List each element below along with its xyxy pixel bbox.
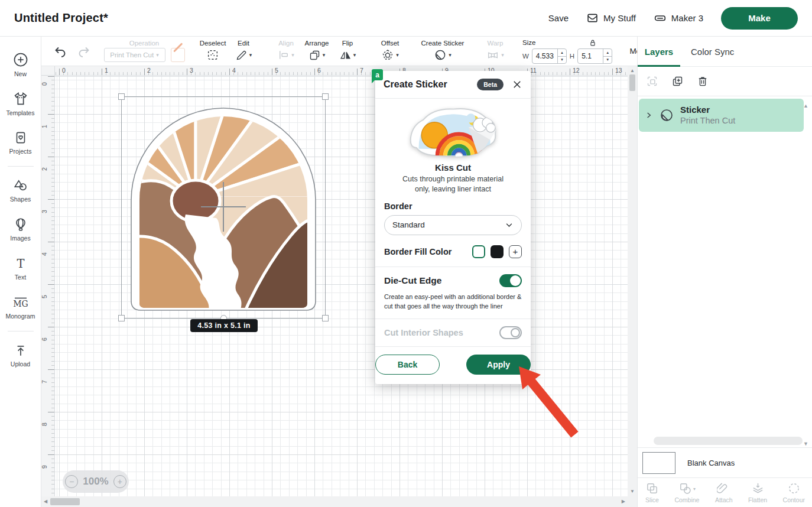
scrollbar-corner xyxy=(628,496,637,507)
width-stepper[interactable]: ▲▼ xyxy=(557,49,566,63)
sidebar-item-monogram[interactable]: MG Monogram xyxy=(0,288,41,327)
pencil-icon xyxy=(235,49,248,61)
warp-icon xyxy=(486,48,499,61)
lock-icon[interactable] xyxy=(588,38,597,47)
sticker-peel-icon xyxy=(434,48,447,61)
machine-select-button[interactable]: Maker 3 xyxy=(654,12,703,24)
slice-icon xyxy=(645,482,659,495)
offset-button[interactable]: Offset ▾ xyxy=(375,40,405,63)
sidebar-item-new[interactable]: New xyxy=(0,45,41,84)
sticker-peel-icon xyxy=(659,108,674,123)
border-select[interactable]: Standard xyxy=(384,215,522,235)
group-button[interactable] xyxy=(646,75,658,87)
tshirt-icon xyxy=(12,90,29,107)
nav-divider xyxy=(8,331,34,332)
svg-text:MG: MG xyxy=(13,299,28,308)
undo-button[interactable] xyxy=(53,44,67,58)
create-sticker-button[interactable]: Create Sticker ▾ xyxy=(417,40,468,63)
contour-button[interactable]: Contour xyxy=(783,482,805,503)
resize-handle[interactable] xyxy=(322,93,329,100)
save-button[interactable]: Save xyxy=(548,13,569,23)
scrollbar-thumb[interactable] xyxy=(629,74,635,91)
layer-row-sticker[interactable]: Sticker Print Then Cut xyxy=(639,99,804,132)
flip-button[interactable]: Flip ▾ xyxy=(332,40,363,63)
sidebar-item-projects[interactable]: Projects xyxy=(0,123,41,162)
warp-button[interactable]: Warp ▾ xyxy=(480,40,511,63)
linetype-swatch-button[interactable] xyxy=(171,48,185,62)
height-input[interactable]: 5.1 ▲▼ xyxy=(577,48,612,64)
die-cut-description: Create an easy-peel with an additional b… xyxy=(384,292,522,318)
pencil-stroke-icon xyxy=(173,43,183,52)
delete-button[interactable] xyxy=(697,75,709,87)
design-canvas[interactable]: 4.53 in x 5.1 in 0 1 2 3 4 5 6 7 8 9 10 … xyxy=(41,66,637,507)
height-stepper[interactable]: ▲▼ xyxy=(603,49,612,63)
canvas-color-swatch[interactable] xyxy=(642,452,675,474)
scroll-down-icon[interactable]: ▼ xyxy=(803,441,808,447)
tab-color-sync[interactable]: Color Sync xyxy=(691,47,734,57)
scroll-up-icon[interactable]: ▲ xyxy=(630,69,635,73)
chevron-down-icon: ▾ xyxy=(396,53,399,58)
blank-canvas-row[interactable]: Blank Canvas xyxy=(638,447,812,477)
scroll-down-icon[interactable]: ▼ xyxy=(630,489,635,494)
flatten-icon xyxy=(751,482,765,495)
new-plus-icon xyxy=(12,51,29,68)
duplicate-button[interactable] xyxy=(671,75,684,87)
layers-scroll-track[interactable] xyxy=(654,437,803,445)
vertical-ruler: 0 1 2 3 4 5 6 7 8 9 xyxy=(41,76,55,496)
tab-layers[interactable]: Layers xyxy=(638,47,680,57)
chevron-down-icon xyxy=(505,220,514,229)
scroll-up-icon[interactable]: ▲ xyxy=(803,103,808,109)
scrollbar-thumb[interactable] xyxy=(50,498,80,505)
cutting-machine-icon xyxy=(654,12,667,24)
flip-mirror-icon xyxy=(339,49,352,61)
vertical-scrollbar[interactable]: ▲ ▼ xyxy=(628,66,637,496)
chevron-down-icon: ▾ xyxy=(291,53,294,58)
make-button[interactable]: Make xyxy=(721,7,798,30)
cut-interior-toggle[interactable] xyxy=(499,326,522,339)
combine-button[interactable]: ▾ Combine xyxy=(674,482,699,503)
redo-button[interactable] xyxy=(77,44,91,58)
fill-swatch-white[interactable] xyxy=(472,245,485,258)
layer-tools-bar: Slice ▾ Combine Attach Flatten Contour xyxy=(638,477,812,507)
back-button[interactable]: Back xyxy=(375,355,440,375)
close-icon[interactable] xyxy=(512,79,522,90)
deselect-button[interactable]: Deselect xyxy=(197,40,228,63)
chevron-down-icon: ▾ xyxy=(449,53,452,58)
attach-button[interactable]: Attach xyxy=(715,482,733,503)
shapes-icon xyxy=(13,178,28,193)
blank-canvas-label: Blank Canvas xyxy=(687,459,735,467)
top-bar: Untitled Project* Save My Stuff Maker 3 … xyxy=(0,0,812,37)
operation-dropdown[interactable]: Print Then Cut▾ xyxy=(104,48,165,62)
zoom-out-button[interactable]: − xyxy=(65,475,78,488)
scroll-right-icon[interactable]: ▶ xyxy=(622,499,625,504)
sidebar-item-shapes[interactable]: Shapes xyxy=(0,171,41,210)
flatten-button[interactable]: Flatten xyxy=(748,482,767,503)
chevron-down-icon: ▾ xyxy=(323,53,326,58)
chevron-right-icon[interactable] xyxy=(645,111,653,119)
arrange-button[interactable]: Arrange ▾ xyxy=(301,40,332,63)
chevron-down-icon: ▾ xyxy=(353,53,356,58)
die-cut-toggle[interactable] xyxy=(499,274,522,287)
edit-button[interactable]: Edit ▾ xyxy=(228,40,259,63)
align-button[interactable]: Align ▾ xyxy=(271,40,301,63)
scroll-left-icon[interactable]: ◀ xyxy=(44,499,47,504)
chevron-down-icon: ▾ xyxy=(249,53,252,58)
fill-swatch-black[interactable] xyxy=(491,245,504,258)
align-icon xyxy=(278,49,290,61)
slice-button[interactable]: Slice xyxy=(645,482,659,503)
add-color-button[interactable]: + xyxy=(509,245,522,258)
sidebar-item-templates[interactable]: Templates xyxy=(0,84,41,123)
monogram-icon: MG xyxy=(12,295,29,310)
sidebar-item-images[interactable]: Images xyxy=(0,210,41,249)
resize-handle[interactable] xyxy=(322,315,329,321)
sidebar-item-text[interactable]: T Text xyxy=(0,249,41,288)
width-input[interactable]: 4.533 ▲▼ xyxy=(532,48,567,64)
apply-button[interactable]: Apply xyxy=(466,355,531,375)
kiss-cut-description: Cuts through printable material only, le… xyxy=(402,174,504,194)
left-nav: New Templates Projects Shapes Images T T… xyxy=(0,37,41,507)
zoom-in-button[interactable]: + xyxy=(113,475,126,488)
project-card-icon xyxy=(13,130,28,145)
sidebar-item-upload[interactable]: Upload xyxy=(0,336,41,375)
horizontal-scrollbar[interactable]: ◀ ▶ xyxy=(41,496,628,507)
my-stuff-button[interactable]: My Stuff xyxy=(586,12,636,24)
